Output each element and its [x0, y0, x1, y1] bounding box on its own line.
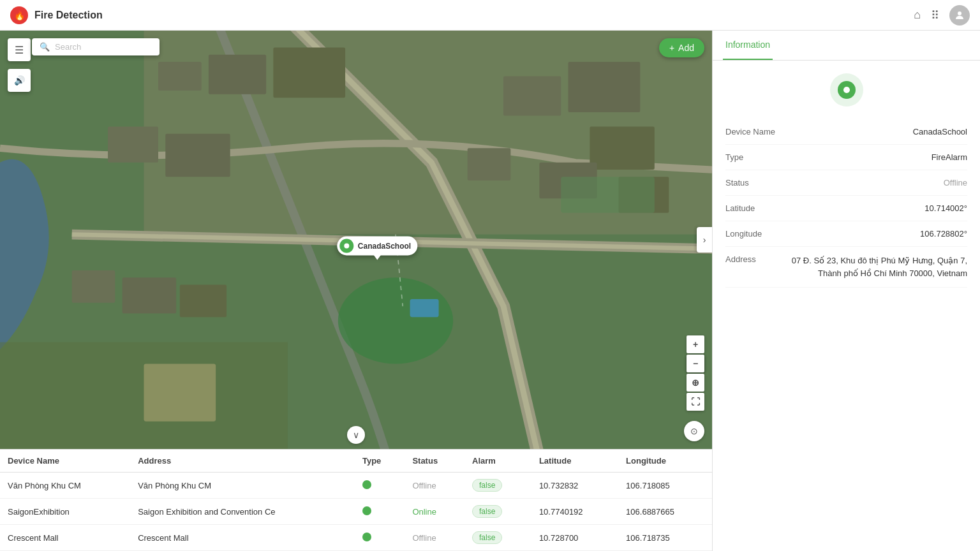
col-address: Address — [130, 450, 355, 473]
location-button[interactable]: ⊙ — [684, 421, 704, 441]
info-row: StatusOffline — [725, 170, 967, 196]
svg-point-0 — [958, 11, 961, 15]
tab-information[interactable]: Information — [723, 31, 773, 60]
info-value: 10.714002° — [924, 203, 967, 213]
col-status: Status — [405, 450, 464, 473]
device-table-container: Device Name Address Type Status Alarm La… — [0, 449, 712, 551]
add-button[interactable]: + Add — [659, 38, 704, 57]
info-value: 106.728802° — [920, 229, 967, 239]
fullscreen-button[interactable]: ⛶ — [687, 393, 704, 411]
svg-rect-16 — [72, 270, 115, 303]
info-row: Device NameCanadaSchool — [725, 119, 967, 145]
device-table: Device Name Address Type Status Alarm La… — [0, 450, 712, 551]
device-icon-dot — [843, 87, 850, 93]
sound-button[interactable]: 🔊 — [8, 69, 31, 92]
main-content: ☰ 🔍 Search + Add 🔊 — [0, 31, 980, 551]
cell-address: Văn Phòng Khu CM — [130, 473, 355, 499]
alarm-badge: false — [472, 531, 502, 544]
svg-rect-4 — [410, 299, 439, 317]
table-row[interactable]: Văn Phòng Khu CMVăn Phòng Khu CMOfflinef… — [0, 473, 712, 499]
marker-dot — [340, 239, 354, 253]
info-row: TypeFireAlarm — [725, 145, 967, 170]
svg-rect-11 — [568, 62, 641, 112]
cell-address: Saigon Exhibition and Convention Ce — [130, 499, 355, 525]
info-row: Address07 Đ. Số 23, Khu đô thị Phú Mỹ Hư… — [725, 247, 967, 288]
info-label: Type — [725, 152, 776, 162]
cell-status: Offline — [405, 525, 464, 551]
svg-rect-13 — [468, 148, 511, 180]
location-icon: ⊙ — [690, 426, 698, 436]
cell-alarm: false — [464, 499, 531, 525]
cell-type — [355, 473, 405, 499]
svg-rect-7 — [273, 47, 345, 98]
alarm-badge: false — [472, 505, 502, 518]
svg-rect-18 — [180, 284, 226, 317]
svg-rect-9 — [165, 134, 230, 177]
type-dot — [362, 506, 371, 515]
cell-device-name: Crescent Mall — [0, 525, 130, 551]
table-header-row: Device Name Address Type Status Alarm La… — [0, 450, 712, 473]
info-value: 07 Đ. Số 23, Khu đô thị Phú Mỹ Hưng, Quậ… — [789, 254, 967, 279]
map-container[interactable]: ☰ 🔍 Search + Add 🔊 — [0, 31, 712, 449]
table-row[interactable]: Crescent MallCrescent MallOfflinefalse10… — [0, 525, 712, 551]
chevron-icon: ∨ — [353, 430, 359, 440]
cell-latitude: 10.7740192 — [531, 499, 618, 525]
info-tabs: Information — [713, 31, 980, 61]
svg-rect-12 — [590, 126, 654, 170]
map-filter-button[interactable]: ☰ — [8, 38, 31, 61]
sound-icon: 🔊 — [14, 75, 25, 85]
map-chevron-button[interactable]: ∨ — [347, 426, 365, 444]
map-controls: + − ⊕ ⛶ — [687, 335, 704, 411]
add-label: Add — [678, 43, 694, 53]
avatar[interactable] — [949, 5, 970, 26]
cell-address: Crescent Mall — [130, 525, 355, 551]
cell-latitude: 10.732832 — [531, 473, 618, 499]
svg-rect-6 — [209, 55, 266, 94]
zoom-in-button[interactable]: + — [687, 335, 704, 353]
marker-pin: CanadaSchool — [338, 237, 417, 256]
alarm-badge: false — [472, 479, 502, 492]
table-row[interactable]: SaigonExhibitionSaigon Exhibition and Co… — [0, 499, 712, 525]
map-search[interactable]: 🔍 Search — [32, 38, 160, 55]
marker-label: CanadaSchool — [358, 242, 411, 251]
pan-button[interactable]: ⊕ — [687, 374, 704, 392]
cell-alarm: false — [464, 473, 531, 499]
info-label: Status — [725, 178, 776, 187]
svg-rect-17 — [122, 277, 177, 313]
cell-status: Offline — [405, 473, 464, 499]
topbar: 🔥 Fire Detection ⌂ ⠿ — [0, 0, 980, 31]
map-next-button[interactable]: › — [697, 227, 712, 253]
device-icon-container — [725, 73, 967, 107]
filter-icon: ☰ — [15, 44, 24, 56]
col-device-name: Device Name — [0, 450, 130, 473]
add-icon: + — [669, 43, 674, 53]
type-dot — [362, 533, 371, 541]
type-dot — [362, 480, 371, 489]
cell-latitude: 10.728700 — [531, 525, 618, 551]
info-label: Device Name — [725, 127, 776, 136]
right-panel: Information Device NameCanadaSchoolTypeF… — [712, 31, 980, 551]
cell-longitude: 106.6887665 — [618, 499, 712, 525]
left-panel: ☰ 🔍 Search + Add 🔊 — [0, 31, 712, 551]
next-icon: › — [703, 235, 706, 245]
grid-icon[interactable]: ⠿ — [931, 8, 939, 22]
svg-rect-8 — [108, 126, 158, 162]
cell-longitude: 106.718735 — [618, 525, 712, 551]
home-icon[interactable]: ⌂ — [914, 8, 921, 22]
col-alarm: Alarm — [464, 450, 531, 473]
col-longitude: Longitude — [618, 450, 712, 473]
cell-device-name: Văn Phòng Khu CM — [0, 473, 130, 499]
svg-rect-10 — [503, 77, 561, 116]
topbar-right: ⌂ ⠿ — [914, 5, 970, 26]
info-row: Longitude106.728802° — [725, 221, 967, 247]
app-title: Fire Detection — [34, 10, 103, 21]
info-row: Latitude10.714002° — [725, 196, 967, 221]
device-icon-inner — [838, 81, 856, 99]
device-icon — [830, 73, 863, 107]
map-marker[interactable]: CanadaSchool — [338, 237, 417, 260]
cell-type — [355, 525, 405, 551]
search-icon: 🔍 — [40, 42, 50, 52]
zoom-out-button[interactable]: − — [687, 355, 704, 372]
cell-type — [355, 499, 405, 525]
topbar-left: 🔥 Fire Detection — [10, 6, 103, 24]
